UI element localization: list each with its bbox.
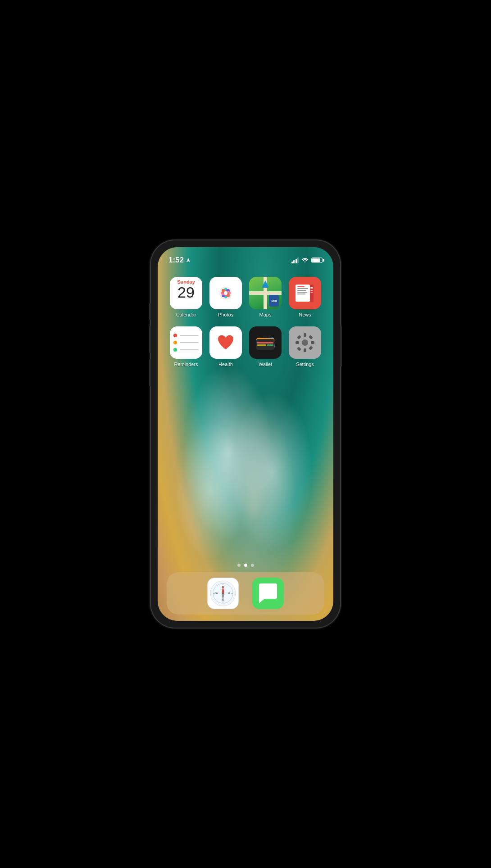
svg-text:E: E <box>228 592 230 595</box>
app-calendar-label: Calendar <box>176 312 196 317</box>
power-button[interactable] <box>340 326 342 366</box>
photos-svg <box>214 281 237 305</box>
safari-icon: N S E W <box>207 578 239 609</box>
settings-icon <box>289 326 321 359</box>
dock-messages[interactable] <box>252 578 284 609</box>
location-icon <box>186 258 191 263</box>
settings-svg <box>294 331 316 354</box>
status-time: 1:52 <box>168 256 191 265</box>
mute-button[interactable] <box>149 303 151 320</box>
battery-icon <box>311 258 323 263</box>
app-grid: Sunday 29 Calendar <box>158 272 333 371</box>
reminder-dot-3 <box>173 348 177 352</box>
app-news[interactable]: News <box>287 277 323 317</box>
health-svg <box>214 331 237 354</box>
safari-svg: N S E W <box>209 580 236 607</box>
messages-svg <box>255 580 282 607</box>
svg-rect-18 <box>310 290 313 291</box>
app-wallet[interactable]: Wallet <box>248 326 283 367</box>
svg-rect-12 <box>297 288 308 289</box>
signal-bar-4 <box>297 258 299 263</box>
svg-rect-28 <box>304 348 306 352</box>
app-maps-label: Maps <box>259 312 272 317</box>
app-settings[interactable]: Settings <box>287 326 323 367</box>
calendar-day-number: 29 <box>177 285 195 300</box>
page-dot-1[interactable] <box>237 564 241 567</box>
svg-rect-19 <box>310 292 313 293</box>
svg-rect-11 <box>297 286 305 287</box>
page-dots <box>158 564 333 567</box>
screen: 1:52 <box>158 247 333 621</box>
svg-rect-15 <box>297 294 305 294</box>
svg-rect-25 <box>267 344 273 346</box>
app-reminders-label: Reminders <box>174 362 198 367</box>
svg-rect-30 <box>311 341 314 344</box>
svg-point-9 <box>224 291 227 295</box>
maps-inner: I 280 <box>249 277 282 309</box>
signal-bar-3 <box>296 259 297 263</box>
status-bar: 1:52 <box>158 247 333 269</box>
maps-arrow <box>262 280 269 288</box>
svg-rect-24 <box>257 344 266 346</box>
svg-point-36 <box>302 339 308 346</box>
wallet-svg <box>253 330 278 355</box>
app-news-label: News <box>299 312 311 317</box>
health-icon <box>209 326 242 359</box>
app-photos-label: Photos <box>218 312 233 317</box>
signal-bars <box>291 258 299 263</box>
app-health[interactable]: Health <box>208 326 243 367</box>
svg-text:W: W <box>215 592 218 595</box>
svg-rect-29 <box>296 341 299 344</box>
news-svg <box>294 282 316 304</box>
app-reminders[interactable]: Reminders <box>168 326 204 367</box>
app-maps[interactable]: I 280 Maps <box>248 277 283 317</box>
reminder-dot-2 <box>173 341 177 344</box>
svg-rect-17 <box>310 287 313 289</box>
signal-bar-1 <box>291 262 293 263</box>
dock: N S E W <box>167 572 324 615</box>
wallet-icon <box>249 326 282 359</box>
phone-frame: 1:52 <box>151 240 340 628</box>
volume-down-button[interactable] <box>149 359 151 386</box>
reminder-row-2 <box>173 341 199 344</box>
maps-icon: I 280 <box>249 277 282 309</box>
reminder-line-3 <box>180 349 199 350</box>
photos-icon <box>209 277 242 309</box>
reminder-dot-1 <box>173 334 177 337</box>
app-settings-label: Settings <box>296 362 314 367</box>
news-icon <box>289 277 321 309</box>
dock-safari[interactable]: N S E W <box>207 578 239 609</box>
svg-rect-16 <box>310 285 314 302</box>
app-photos[interactable]: Photos <box>208 277 243 317</box>
app-wallet-label: Wallet <box>259 362 272 367</box>
page-dot-2[interactable] <box>244 564 247 567</box>
time-display: 1:52 <box>168 256 184 265</box>
reminder-line-1 <box>180 335 199 336</box>
svg-rect-13 <box>297 290 306 291</box>
signal-bar-2 <box>293 260 295 263</box>
svg-point-50 <box>222 592 224 594</box>
wifi-icon <box>301 258 309 263</box>
calendar-icon: Sunday 29 <box>170 277 202 309</box>
maps-shield: I 280 <box>269 295 279 307</box>
page-dot-3[interactable] <box>251 564 254 567</box>
svg-rect-14 <box>297 292 307 293</box>
reminder-row-3 <box>173 348 199 352</box>
svg-rect-27 <box>304 333 306 337</box>
messages-icon <box>252 578 284 609</box>
reminder-row-1 <box>173 334 199 337</box>
reminders-inner <box>170 326 202 359</box>
app-calendar[interactable]: Sunday 29 Calendar <box>168 277 204 317</box>
reminder-line-2 <box>180 342 199 343</box>
status-right <box>291 258 323 263</box>
app-health-label: Health <box>218 362 233 367</box>
svg-rect-23 <box>257 342 273 344</box>
battery-fill <box>312 258 320 262</box>
reminders-icon <box>170 326 202 359</box>
volume-up-button[interactable] <box>149 326 151 353</box>
